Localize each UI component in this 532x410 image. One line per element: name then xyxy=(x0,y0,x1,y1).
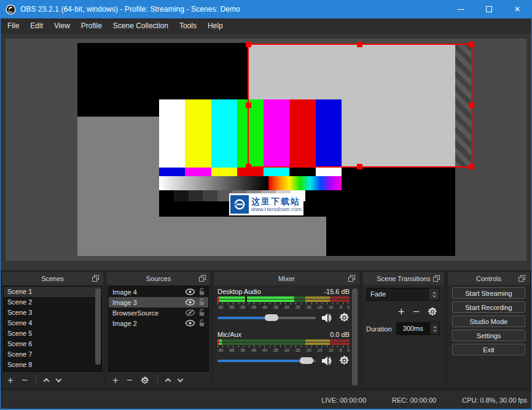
scene-list-item[interactable]: Scene 1 xyxy=(4,287,101,297)
mute-speaker-icon[interactable] xyxy=(321,313,334,323)
visibility-eye-slash-icon[interactable] xyxy=(185,309,195,316)
obs-logo-icon[interactable] xyxy=(6,4,16,15)
selection-handle-top-left[interactable] xyxy=(246,42,251,47)
scene-list[interactable]: Scene 1 Scene 2 Scene 3 Scene 4 Scene 5 … xyxy=(3,286,102,372)
duration-spinner[interactable] xyxy=(429,323,439,335)
scene-list-scrollbar[interactable] xyxy=(95,288,101,365)
scenes-toolbar: + − xyxy=(2,373,103,387)
menu-view[interactable]: View xyxy=(49,18,76,34)
exit-button[interactable]: Exit xyxy=(452,344,525,355)
test-pattern-gradients xyxy=(159,176,342,190)
lock-icon[interactable] xyxy=(198,309,205,317)
mixer-panel: Mixer Desktop Audio -15.6 dB -60-55-50-4… xyxy=(214,272,359,387)
selection-bounding-box[interactable] xyxy=(248,44,472,168)
scene-list-item[interactable]: Scene 7 xyxy=(4,349,101,360)
panel-float-icon[interactable] xyxy=(199,275,206,282)
visibility-eye-icon[interactable] xyxy=(185,299,195,306)
browser-source-watermark[interactable]: 这里下载站 www.Heredown.com xyxy=(229,193,303,215)
remove-transition-button[interactable]: − xyxy=(413,306,420,317)
add-transition-button[interactable]: + xyxy=(398,306,405,317)
source-properties-gear-icon[interactable] xyxy=(141,376,149,385)
mixer-body: Desktop Audio -15.6 dB -60-55-50-45-40-3… xyxy=(214,285,359,387)
scenes-panel: Scenes Scene 1 Scene 2 Scene 3 Scene 4 S… xyxy=(2,272,103,387)
duration-spinbox[interactable]: 300ms xyxy=(396,322,440,335)
visibility-eye-icon[interactable] xyxy=(185,288,195,295)
move-source-down-button[interactable] xyxy=(177,376,183,382)
mixer-scrollbar[interactable] xyxy=(352,288,358,385)
volume-slider[interactable] xyxy=(217,317,316,319)
scene-list-item[interactable]: Scene 3 xyxy=(4,308,101,318)
source-list-item[interactable]: Image 2 xyxy=(109,318,208,328)
source-list-item[interactable]: BrowserSource xyxy=(109,308,208,318)
transition-properties-gear-icon[interactable] xyxy=(428,307,437,317)
channel-name: Desktop Audio xyxy=(217,288,261,295)
scene-transitions-panel: Scene Transitions Fade + − Durati xyxy=(363,272,444,387)
grayscale-gradient xyxy=(159,176,268,190)
move-scene-down-button[interactable] xyxy=(55,376,61,382)
close-button[interactable]: ✕ xyxy=(503,0,531,18)
lock-icon[interactable] xyxy=(198,319,205,327)
maximize-button[interactable] xyxy=(475,0,503,18)
menu-scene-collection[interactable]: Scene Collection xyxy=(108,18,174,34)
menu-edit[interactable]: Edit xyxy=(25,18,49,34)
volume-slider-handle[interactable] xyxy=(265,314,278,321)
channel-settings-gear-icon[interactable] xyxy=(339,355,350,366)
lock-icon[interactable] xyxy=(198,298,205,306)
scene-list-item[interactable]: Scene 6 xyxy=(4,339,101,349)
add-scene-button[interactable]: + xyxy=(7,375,14,385)
add-source-button[interactable]: + xyxy=(112,375,119,385)
minimize-button[interactable] xyxy=(447,0,475,18)
panel-float-icon[interactable] xyxy=(433,275,440,282)
volume-slider-handle[interactable] xyxy=(300,357,313,364)
move-scene-up-button[interactable] xyxy=(43,378,49,384)
statusbar: LIVE: 00:00:00 REC: 00:00:00 CPU: 0.8%, … xyxy=(1,391,531,409)
settings-button[interactable]: Settings xyxy=(452,330,525,341)
selection-handle-bottom-middle[interactable] xyxy=(357,164,362,169)
transition-select[interactable]: Fade xyxy=(366,288,440,301)
remove-source-button[interactable]: − xyxy=(127,375,133,385)
transition-selected-value: Fade xyxy=(367,288,428,300)
mixer-panel-title: Mixer xyxy=(278,275,295,282)
selection-handle-middle-right[interactable] xyxy=(469,102,474,108)
studio-mode-button[interactable]: Studio Mode xyxy=(452,315,525,327)
selection-handle-middle-left[interactable] xyxy=(246,102,251,108)
selection-handle-top-right[interactable] xyxy=(469,42,474,47)
selection-handle-bottom-left[interactable] xyxy=(246,164,251,169)
lock-icon[interactable] xyxy=(198,288,205,296)
menu-tools[interactable]: Tools xyxy=(174,18,202,34)
visibility-eye-icon[interactable] xyxy=(185,320,195,327)
selection-handle-bottom-right[interactable] xyxy=(469,164,474,169)
selection-handle-top-middle[interactable] xyxy=(357,42,362,47)
volume-slider[interactable] xyxy=(217,360,316,362)
duration-value: 300ms xyxy=(397,323,429,335)
watermark-url: www.Heredown.com xyxy=(251,207,302,212)
panel-float-icon[interactable] xyxy=(348,275,355,282)
meter-tick-marks xyxy=(217,346,350,347)
preview-canvas[interactable]: 这里下载站 www.Heredown.com xyxy=(6,39,526,261)
source-image-black-2[interactable] xyxy=(326,168,455,256)
menu-file[interactable]: File xyxy=(2,18,25,34)
source-list-item-selected[interactable]: Image 3 xyxy=(109,297,208,308)
scene-list-item[interactable]: Scene 4 xyxy=(4,318,101,328)
channel-settings-gear-icon[interactable] xyxy=(339,312,350,323)
source-list-item[interactable]: Image 4 xyxy=(109,287,208,297)
start-recording-button[interactable]: Start Recording xyxy=(452,301,525,313)
channel-volume-db: 0.0 dB xyxy=(330,331,350,338)
panel-float-icon[interactable] xyxy=(92,275,99,282)
scene-list-item[interactable]: Scene 9 xyxy=(4,370,101,372)
controls-panel: Controls Start Streaming Start Recording… xyxy=(448,272,530,387)
menu-profile[interactable]: Profile xyxy=(76,18,108,34)
toolbar-divider xyxy=(157,376,158,385)
scene-list-item[interactable]: Scene 5 xyxy=(4,328,101,339)
panel-float-icon[interactable] xyxy=(518,275,525,282)
remove-scene-button[interactable]: − xyxy=(22,375,28,385)
start-streaming-button[interactable]: Start Streaming xyxy=(452,287,525,299)
sources-panel-header: Sources xyxy=(107,272,210,285)
transition-select-spinner[interactable] xyxy=(428,288,439,300)
scene-list-item[interactable]: Scene 2 xyxy=(4,297,101,308)
scene-list-item[interactable]: Scene 8 xyxy=(4,360,101,370)
menu-help[interactable]: Help xyxy=(202,18,229,34)
mute-speaker-icon[interactable] xyxy=(321,356,334,366)
move-source-up-button[interactable] xyxy=(165,378,171,384)
source-list[interactable]: Image 4 Image 3 BrowserSource Image 2 xyxy=(108,286,209,372)
